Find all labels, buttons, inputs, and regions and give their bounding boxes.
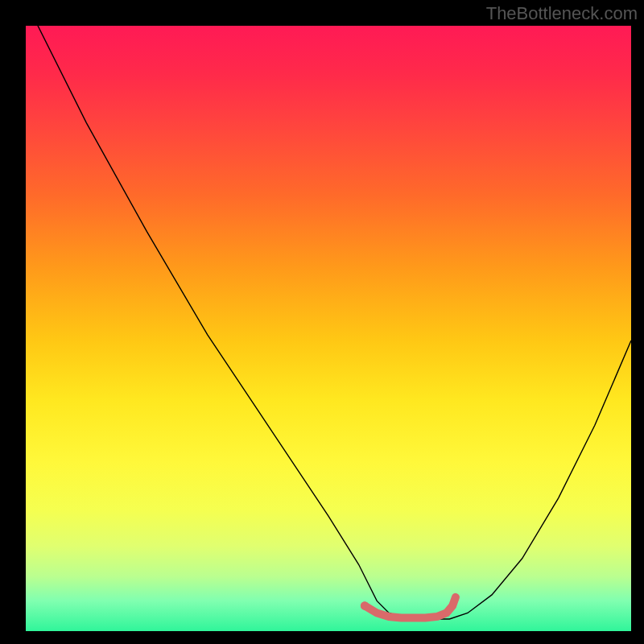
bottleneck-curve-path [26, 26, 631, 619]
chart-svg [26, 26, 631, 631]
plot-gradient-background [26, 26, 631, 631]
marker-dot [361, 601, 369, 610]
marker-segment-path [365, 597, 456, 618]
watermark-text: TheBottleneck.com [486, 3, 638, 24]
